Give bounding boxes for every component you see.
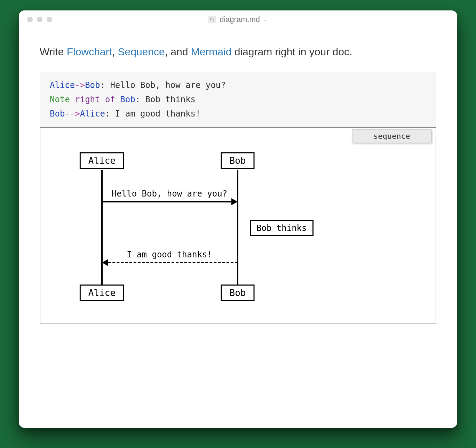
filename-label: diagram.md bbox=[220, 15, 260, 24]
mermaid-link[interactable]: Mermaid bbox=[191, 46, 232, 57]
sequence-link[interactable]: Sequence bbox=[118, 46, 165, 57]
code-token-actor: Alice bbox=[50, 80, 75, 90]
diagram-type-badge: sequence bbox=[352, 129, 431, 143]
actor-box-alice-top: Alice bbox=[80, 152, 124, 169]
code-line: Bob-->Alice: I am good thanks! bbox=[50, 107, 426, 121]
maximize-window-button[interactable] bbox=[47, 17, 52, 22]
traffic-lights bbox=[27, 17, 52, 22]
code-token-right: right bbox=[75, 95, 100, 104]
actor-box-bob-top: Bob bbox=[221, 152, 255, 169]
titlebar: M↓ diagram.md ⌄ bbox=[19, 10, 457, 29]
message-arrow-dashed bbox=[108, 262, 238, 263]
lifeline-alice bbox=[101, 170, 103, 285]
document-content[interactable]: Write Flowchart, Sequence, and Mermaid d… bbox=[19, 29, 457, 428]
note-box: Bob thinks bbox=[250, 220, 314, 236]
flowchart-link[interactable]: Flowchart bbox=[67, 46, 112, 57]
diagram-output: sequence Alice Bob Alice Bob Hello Bob, … bbox=[40, 127, 436, 323]
code-token-actor: Alice bbox=[80, 109, 105, 119]
arrowhead-right-icon bbox=[231, 198, 238, 205]
code-token-text: : I am good thanks! bbox=[105, 109, 201, 119]
code-token-arrow: --> bbox=[65, 109, 80, 119]
code-block[interactable]: Alice->Bob: Hello Bob, how are you? Note… bbox=[40, 72, 436, 127]
intro-text: diagram right in your doc. bbox=[231, 46, 352, 57]
code-token-of: of bbox=[105, 95, 115, 104]
code-token-actor: Bob bbox=[85, 80, 100, 90]
code-line: Alice->Bob: Hello Bob, how are you? bbox=[50, 78, 426, 93]
message-text: Hello Bob, how are you? bbox=[112, 189, 227, 199]
actor-box-alice-bottom: Alice bbox=[80, 285, 124, 301]
code-token-note: Note bbox=[50, 95, 70, 104]
app-window: M↓ diagram.md ⌄ Write Flowchart, Sequenc… bbox=[19, 10, 457, 428]
lifeline-bob bbox=[237, 170, 238, 285]
actor-box-bob-bottom: Bob bbox=[221, 285, 255, 301]
code-line: Note right of Bob: Bob thinks bbox=[50, 93, 426, 107]
minimize-window-button[interactable] bbox=[37, 17, 42, 22]
code-token-actor: Bob bbox=[50, 109, 65, 119]
code-token-text: : Bob thinks bbox=[135, 95, 196, 104]
sequence-diagram: Alice Bob Alice Bob Hello Bob, how are y… bbox=[40, 152, 436, 302]
close-window-button[interactable] bbox=[27, 17, 33, 22]
intro-paragraph: Write Flowchart, Sequence, and Mermaid d… bbox=[40, 46, 436, 58]
markdown-file-icon: M↓ bbox=[208, 16, 216, 23]
message-text: I am good thanks! bbox=[127, 250, 212, 259]
intro-text: Write bbox=[40, 46, 67, 57]
intro-text: , bbox=[112, 46, 118, 57]
intro-text: , and bbox=[165, 46, 191, 57]
arrowhead-left-icon bbox=[102, 259, 108, 266]
chevron-down-icon[interactable]: ⌄ bbox=[263, 17, 268, 22]
code-token-text: : Hello Bob, how are you? bbox=[100, 80, 226, 90]
title-center[interactable]: M↓ diagram.md ⌄ bbox=[208, 15, 268, 24]
code-token-actor: Bob bbox=[120, 95, 135, 104]
message-arrow-solid bbox=[102, 201, 231, 202]
code-token-arrow: -> bbox=[75, 80, 85, 90]
